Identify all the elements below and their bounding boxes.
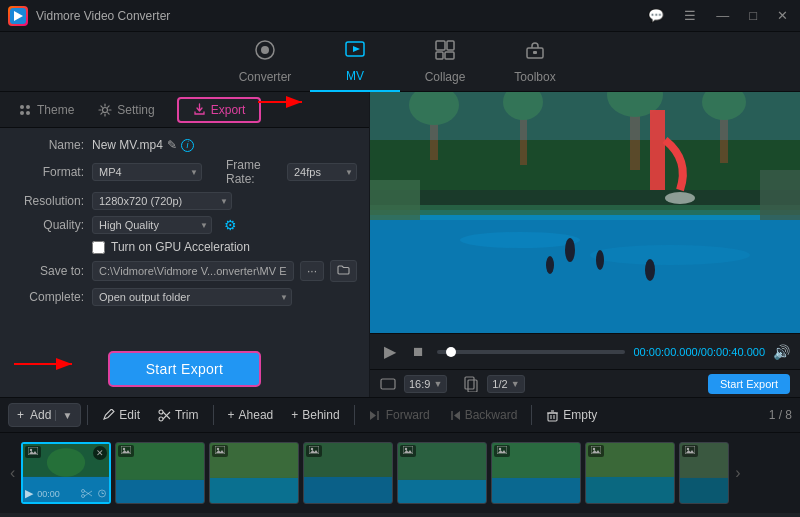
empty-label: Empty (563, 408, 597, 422)
ratio-dropdown-icon: ▼ (433, 379, 442, 389)
quality-gear-icon[interactable]: ⚙ (224, 217, 237, 233)
svg-rect-11 (533, 51, 537, 54)
ahead-icon: + (228, 408, 235, 422)
svg-rect-95 (492, 478, 580, 503)
thumb-image-icon-5 (400, 445, 416, 457)
svg-marker-52 (370, 411, 376, 420)
save-path-input[interactable] (92, 261, 294, 281)
right-panel: ▶ ⏹ 00:00:00.000/00:00:40.000 🔊 16:9 ▼ 1… (370, 92, 800, 397)
thumb-time-1: 00:00 (37, 489, 60, 499)
tab-toolbox[interactable]: Toolbox (490, 32, 580, 92)
thumb-image-icon-3 (212, 445, 228, 457)
quality-select[interactable]: High Quality (92, 216, 212, 234)
export-button[interactable]: Export (177, 97, 262, 123)
trim-icon (158, 409, 171, 422)
timeline-item-4[interactable] (303, 442, 393, 504)
svg-point-36 (590, 245, 750, 265)
backward-label: Backward (465, 408, 518, 422)
sub-tab-theme[interactable]: Theme (8, 99, 84, 121)
timeline-item-2[interactable] (115, 442, 205, 504)
sep2 (213, 405, 214, 425)
timeline-item-7[interactable] (585, 442, 675, 504)
page-select[interactable]: 1/2 ▼ (487, 375, 524, 393)
thumb-image-icon-2 (118, 445, 134, 457)
complete-label: Complete: (12, 290, 84, 304)
page-count: 1 / 8 (769, 408, 792, 422)
timeline-item-8[interactable] (679, 442, 729, 504)
sub-tab-theme-label: Theme (37, 103, 74, 117)
ahead-button[interactable]: + Ahead (220, 404, 282, 426)
svg-point-3 (261, 46, 269, 54)
page-value: 1/2 (492, 378, 507, 390)
behind-button[interactable]: + Behind (283, 404, 347, 426)
svg-rect-90 (398, 480, 486, 503)
stop-button[interactable]: ⏹ (408, 342, 429, 361)
arrow-annotation (258, 92, 313, 112)
mv-icon (344, 38, 366, 65)
backward-button[interactable]: Backward (440, 404, 526, 426)
name-value: New MV.mp4 ✎ i (92, 138, 357, 152)
behind-label: Behind (302, 408, 339, 422)
preview-area (370, 92, 800, 333)
svg-rect-9 (445, 52, 454, 59)
quality-select-wrapper: High Quality (92, 216, 212, 234)
complete-select[interactable]: Open output folder (92, 288, 292, 306)
close-button[interactable]: ✕ (773, 6, 792, 25)
edit-button[interactable]: Edit (94, 404, 148, 426)
minimize-button[interactable]: — (712, 6, 733, 25)
timeline-next[interactable]: › (733, 464, 742, 482)
trim-button[interactable]: Trim (150, 404, 207, 426)
add-text: Add (30, 408, 51, 422)
svg-point-108 (687, 448, 689, 450)
complete-value: Open output folder (92, 288, 357, 306)
svg-rect-32 (650, 110, 665, 190)
empty-button[interactable]: Empty (538, 404, 605, 426)
timeline: ‹ ✕ ▶ 00:00 (0, 433, 800, 513)
frame-rate-select[interactable]: 24fps (287, 163, 357, 181)
forward-button[interactable]: Forward (361, 404, 438, 426)
format-select[interactable]: MP4 (92, 163, 202, 181)
add-dropdown-icon[interactable]: ▼ (55, 410, 72, 421)
info-icon[interactable]: i (181, 139, 194, 152)
timeline-item-6[interactable] (491, 442, 581, 504)
chat-icon[interactable]: 💬 (644, 6, 668, 25)
ratio-select[interactable]: 16:9 ▼ (404, 375, 447, 393)
thumb-image-icon-1 (25, 446, 41, 458)
svg-rect-7 (447, 41, 454, 50)
resolution-label: Resolution: (12, 194, 84, 208)
svg-rect-37 (370, 205, 800, 215)
start-export-button-small[interactable]: Start Export (708, 374, 790, 394)
timeline-item-3[interactable] (209, 442, 299, 504)
edit-name-icon[interactable]: ✎ (167, 138, 177, 152)
gpu-row: Turn on GPU Acceleration (12, 240, 357, 254)
play-button[interactable]: ▶ (380, 340, 400, 363)
volume-icon[interactable]: 🔊 (773, 344, 790, 360)
start-export-small-label: Start Export (720, 378, 778, 390)
svg-point-93 (405, 448, 407, 450)
svg-point-41 (645, 259, 655, 281)
sub-tab-setting[interactable]: Setting (88, 99, 164, 121)
add-button[interactable]: + Add ▼ (8, 403, 81, 427)
tab-mv[interactable]: MV (310, 32, 400, 92)
svg-point-38 (565, 238, 575, 262)
menu-icon[interactable]: ☰ (680, 6, 700, 25)
timeline-item-1[interactable]: ✕ ▶ 00:00 (21, 442, 111, 504)
resolution-select[interactable]: 1280x720 (720p) (92, 192, 232, 210)
main-content: Theme Setting Export (0, 92, 800, 397)
gpu-checkbox[interactable] (92, 241, 105, 254)
frame-rate-label: Frame Rate: (226, 158, 277, 186)
trim-label: Trim (175, 408, 199, 422)
resolution-row: Resolution: 1280x720 (720p) (12, 192, 357, 210)
progress-bar[interactable] (437, 350, 625, 354)
timeline-prev[interactable]: ‹ (8, 464, 17, 482)
start-export-button[interactable]: Start Export (108, 351, 262, 387)
dots-button[interactable]: ··· (300, 261, 324, 281)
complete-row: Complete: Open output folder (12, 288, 357, 306)
svg-point-39 (596, 250, 604, 270)
tab-collage[interactable]: Collage (400, 32, 490, 92)
thumb-image-icon-7 (588, 445, 604, 457)
timeline-item-5[interactable] (397, 442, 487, 504)
maximize-button[interactable]: □ (745, 6, 761, 25)
tab-converter[interactable]: Converter (220, 32, 310, 92)
folder-button[interactable] (330, 260, 357, 282)
